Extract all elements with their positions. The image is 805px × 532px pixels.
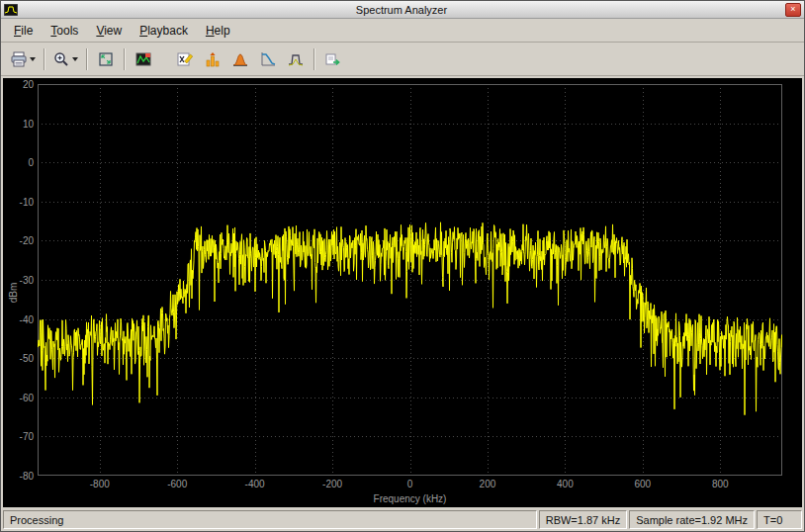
ccdf-measurements-button[interactable] <box>255 46 281 72</box>
dropdown-arrow-icon <box>30 57 36 61</box>
x-tick-label: 400 <box>540 479 589 489</box>
spectral-mask-button[interactable] <box>283 46 309 72</box>
print-button[interactable] <box>8 46 39 72</box>
zoom-in-icon <box>53 51 69 67</box>
dropdown-arrow-icon <box>72 57 78 61</box>
x-axis-label: Frequency (kHz) <box>38 493 782 504</box>
menu-playback-mnemonic: P <box>139 24 147 38</box>
menu-help[interactable]: Help <box>197 21 239 41</box>
spectrum-analyzer-window: Spectrum Analyzer × File Tools View Play… <box>0 0 805 532</box>
y-tick-label: -80 <box>6 471 34 482</box>
status-time: T=0 <box>757 510 802 529</box>
status-bar: Processing RBW=1.87 kHz Sample rate=1.92… <box>1 509 804 531</box>
toolbar-separator <box>86 48 88 70</box>
menu-view-mnemonic: V <box>96 24 104 38</box>
menu-file[interactable]: File <box>5 21 42 41</box>
menu-playback[interactable]: Playback <box>131 21 197 41</box>
x-tick-label: 600 <box>618 479 668 489</box>
window-icon <box>4 4 18 16</box>
distortion-measurements-button[interactable] <box>227 46 253 72</box>
toolbar-separator <box>313 48 315 70</box>
y-tick-label: -20 <box>6 235 34 246</box>
toolbar-separator <box>124 48 126 70</box>
y-tick-label: -70 <box>6 431 34 442</box>
menu-tools[interactable]: Tools <box>42 21 87 41</box>
peak-finder-button[interactable] <box>200 46 225 72</box>
title-bar[interactable]: Spectrum Analyzer × <box>1 1 804 19</box>
spectrum-figure: Frequency (kHz) dBm -800-600-400-2000200… <box>3 78 802 507</box>
distortion-measurements-icon <box>232 51 248 67</box>
print-icon <box>11 51 27 67</box>
menu-view[interactable]: View <box>87 21 131 41</box>
x-tick-label: 0 <box>386 479 435 489</box>
menu-file-rest: ile <box>21 24 33 38</box>
menu-tools-rest: ools <box>56 24 78 38</box>
y-tick-label: -30 <box>6 275 34 286</box>
step-forward-button[interactable] <box>320 46 346 72</box>
status-rbw: RBW=1.87 kHz <box>539 510 628 529</box>
cursor-measurements-button[interactable] <box>172 46 198 72</box>
spectrum-settings-icon <box>135 51 151 67</box>
step-forward-icon <box>325 51 341 67</box>
y-tick-label: 20 <box>6 79 34 90</box>
y-tick-label: -40 <box>6 314 34 325</box>
spectral-mask-icon <box>288 51 304 67</box>
toolbar-separator <box>44 48 45 70</box>
spectrum-plot[interactable] <box>38 84 782 476</box>
menu-view-rest: iew <box>104 24 122 38</box>
fit-to-view-button[interactable] <box>93 46 119 72</box>
window-title: Spectrum Analyzer <box>18 4 785 16</box>
close-button[interactable]: × <box>785 3 801 17</box>
ccdf-measurements-icon <box>260 51 276 67</box>
menu-bar: File Tools View Playback Help <box>1 19 804 43</box>
peak-finder-icon <box>205 51 221 67</box>
zoom-button[interactable] <box>50 46 81 72</box>
menu-help-mnemonic: H <box>206 24 215 38</box>
spectrum-settings-button[interactable] <box>131 46 156 72</box>
status-message: Processing <box>3 510 537 529</box>
x-tick-label: -800 <box>75 479 125 489</box>
y-tick-label: 10 <box>6 119 34 130</box>
x-tick-label: -200 <box>308 479 357 489</box>
toolbar <box>1 43 804 76</box>
status-sample-rate: Sample rate=1.92 MHz <box>629 510 755 529</box>
y-tick-label: -60 <box>6 393 34 403</box>
x-tick-label: 200 <box>463 479 512 489</box>
x-tick-label: -400 <box>230 479 280 489</box>
x-tick-label: 800 <box>695 479 745 489</box>
y-tick-label: 0 <box>6 157 34 168</box>
x-tick-label: -600 <box>152 479 202 489</box>
menu-playback-rest: layback <box>147 24 188 38</box>
y-tick-label: -10 <box>6 197 34 208</box>
y-tick-label: -50 <box>6 353 34 364</box>
menu-help-rest: elp <box>215 24 230 38</box>
fit-to-view-icon <box>98 51 114 67</box>
cursor-measurements-icon <box>177 51 193 67</box>
